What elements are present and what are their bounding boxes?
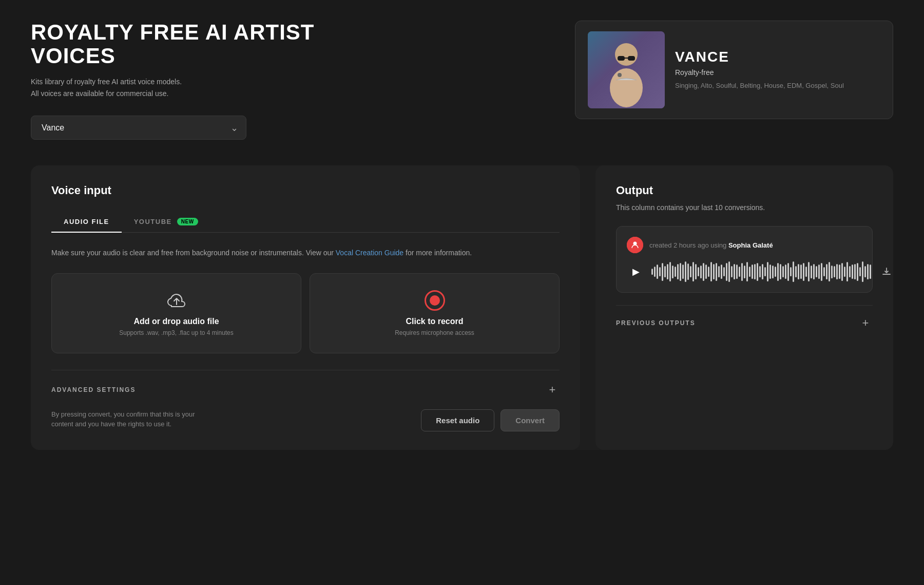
waveform-bar [759, 266, 761, 277]
waveform-bar [695, 264, 697, 279]
voice-select[interactable]: Vance Sophia Galaté Marcus Elena [31, 116, 246, 140]
previous-outputs-label: PREVIOUS OUTPUTS [616, 319, 696, 327]
tab-description: Make sure your audio is clear and free f… [51, 247, 560, 258]
waveform-bar [823, 267, 825, 276]
waveform-bar [867, 264, 869, 279]
svg-point-1 [615, 43, 638, 66]
audio-player: ▶ [627, 261, 862, 282]
waveform-bar [857, 263, 858, 281]
waveform-bar [651, 269, 653, 275]
waveform-bar [672, 266, 673, 278]
cloud-upload-icon [166, 290, 187, 311]
youtube-new-badge: New [177, 218, 198, 225]
waveform-bar [739, 267, 740, 277]
main-content: Voice input AUDIO FILE YOUTUBE New Make … [31, 165, 893, 449]
waveform-bar [659, 267, 661, 276]
waveform-bar [834, 266, 835, 277]
output-description: This column contains your last 10 conver… [616, 203, 873, 212]
waveform-bar [752, 265, 753, 279]
waveform-bar [844, 267, 845, 277]
waveform-bar [816, 266, 817, 277]
waveform-bar [692, 262, 694, 281]
waveform-bar [685, 261, 686, 282]
voice-selector-wrapper: Vance Sophia Galaté Marcus Elena ⌄ [31, 116, 246, 140]
track-header: created 2 hours ago using Sophia Galaté [627, 237, 862, 253]
waveform-bar [682, 265, 684, 279]
waveform-bar [798, 264, 799, 279]
waveform-bar [854, 264, 856, 279]
svg-point-2 [610, 68, 643, 107]
waveform-bar [787, 263, 789, 281]
svg-point-6 [618, 73, 622, 77]
waveform-bar [841, 263, 843, 281]
waveform-bar [782, 266, 784, 277]
waveform-bar [775, 267, 776, 277]
footer-actions: By pressing convert, you confirm that th… [51, 409, 560, 431]
waveform-bar [675, 267, 676, 277]
artist-info: VANCE Royalty-free Singing, Alto, Soulfu… [675, 49, 880, 91]
svg-rect-4 [628, 56, 635, 61]
play-button[interactable]: ▶ [627, 262, 645, 281]
voice-input-panel: Voice input AUDIO FILE YOUTUBE New Make … [31, 165, 580, 449]
waveform-bar [741, 263, 743, 281]
waveform-bar [669, 262, 671, 281]
download-icon [881, 267, 892, 277]
waveform-bar [839, 265, 840, 279]
convert-button[interactable]: Convert [500, 409, 560, 431]
waveform-bar [859, 267, 861, 276]
waveform-bar [654, 267, 656, 277]
waveform-bar [723, 267, 725, 276]
waveform-bar [757, 263, 758, 281]
waveform-bar [736, 265, 738, 279]
waveform-bar [777, 263, 779, 281]
artist-card: VANCE Royalty-free Singing, Alto, Soulfu… [575, 21, 893, 119]
waveform-bar [703, 263, 704, 281]
hero-description: Kits library of royalty free AI artist v… [31, 76, 359, 99]
advanced-settings-expand-button[interactable]: + [545, 383, 560, 397]
waveform-bar [680, 263, 681, 281]
file-upload-box[interactable]: Add or drop audio file Supports .wav, .m… [51, 273, 301, 353]
waveform-bar [805, 267, 807, 277]
waveform-bar [836, 264, 838, 279]
waveform-bar [690, 266, 691, 277]
waveform-bar [746, 262, 748, 281]
artist-tags: Singing, Alto, Soulful, Belting, House, … [675, 81, 880, 91]
waveform-bar [795, 266, 797, 277]
voice-input-title: Voice input [51, 184, 560, 197]
waveform-bar [864, 266, 866, 277]
waveform-bar [800, 265, 802, 279]
waveform-bar [818, 265, 820, 279]
waveform-bar [713, 264, 715, 279]
svg-rect-3 [618, 56, 625, 61]
record-dot-icon [425, 290, 445, 311]
record-box[interactable]: Click to record Requires microphone acce… [310, 273, 560, 353]
waveform-bar [829, 262, 830, 281]
waveform-bar [764, 267, 766, 276]
vocal-creation-guide-link[interactable]: Vocal Creation Guide [336, 249, 403, 257]
footer-buttons: Reset audio Convert [421, 409, 560, 431]
waveform-bar [846, 262, 848, 281]
avatar [627, 237, 643, 253]
waveform-bar [705, 265, 707, 279]
waveform-bar [852, 265, 853, 279]
hero-left: ROYALTY FREE AI ARTIST VOICES Kits libra… [31, 21, 359, 140]
advanced-settings-label: ADVANCED SETTINGS [51, 386, 136, 393]
waveform-bar [734, 264, 735, 279]
waveform-bar [710, 262, 712, 281]
audio-action-buttons [877, 262, 893, 281]
waveform-bar [780, 264, 781, 279]
file-upload-title: Add or drop audio file [133, 317, 219, 326]
footer-disclaimer: By pressing convert, you confirm that th… [51, 409, 205, 429]
artist-license: Royalty-free [675, 68, 880, 77]
audio-track: created 2 hours ago using Sophia Galaté … [616, 226, 873, 293]
previous-outputs-expand-button[interactable]: + [858, 316, 873, 330]
waveform-bar [700, 266, 702, 278]
tab-youtube[interactable]: YOUTUBE New [122, 212, 210, 233]
reset-audio-button[interactable]: Reset audio [421, 409, 494, 431]
waveform-bar [731, 266, 733, 277]
waveform-bar [657, 265, 658, 279]
tab-audio-file[interactable]: AUDIO FILE [51, 212, 122, 233]
waveform-bar [826, 264, 827, 279]
download-button[interactable] [877, 262, 893, 281]
output-panel: Output This column contains your last 10… [595, 165, 893, 449]
